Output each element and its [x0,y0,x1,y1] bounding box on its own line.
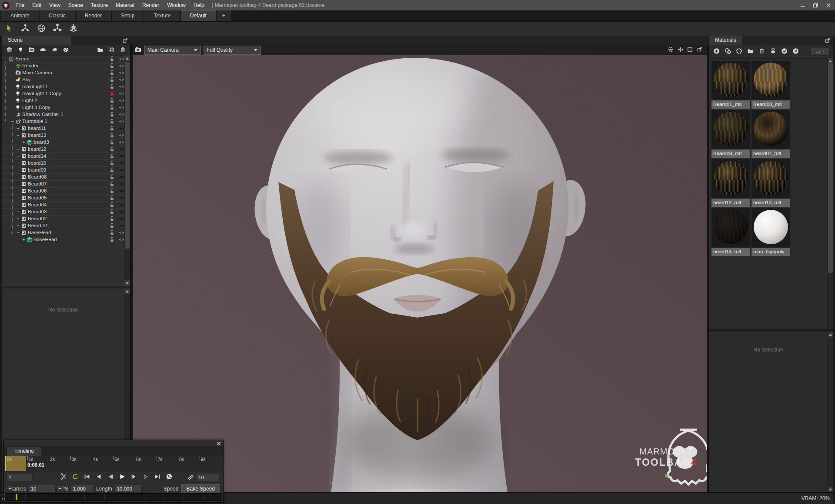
assign-to-object-button[interactable] [767,47,778,56]
eye-closed-icon[interactable] [118,195,124,201]
materials-panel-tab[interactable]: Materials [709,36,742,45]
lock-open-icon[interactable] [109,63,115,69]
material-tile-beard13_mtl[interactable]: beard13_mtl [752,159,790,207]
scroll-up-icon[interactable] [828,58,833,64]
lock-open-icon[interactable] [109,70,115,76]
lock-open-icon[interactable] [109,77,115,83]
tree-item-basehead[interactable]: −BaseHead [2,229,124,236]
scroll-up-icon[interactable] [828,332,833,338]
eye-open-icon[interactable] [118,119,124,125]
lock-open-icon[interactable] [109,126,115,132]
expander-plus-icon[interactable]: + [16,175,20,179]
frames-field[interactable]: 10 [29,485,56,493]
timeline-zoom-track[interactable] [5,493,222,501]
lock-open-icon[interactable] [109,188,115,194]
translate-tool[interactable] [19,23,31,35]
tree-item-mainlight-1-copy[interactable]: mainLight 1 Copy [2,90,124,97]
lock-open-icon[interactable] [109,167,115,173]
menu-window[interactable]: Window [163,0,190,10]
length-field[interactable]: 10.000 [115,485,142,493]
scroll-up-icon[interactable] [124,288,130,294]
scroll-up-icon[interactable] [124,56,130,61]
quality-select[interactable]: Full Quality [204,46,261,55]
material-tile-beard08_mtl[interactable]: Beard08_mtl [752,61,790,109]
restore-button[interactable] [809,0,822,10]
rotate-tool[interactable] [35,23,47,35]
scene-panel-tab[interactable]: Scene [2,36,71,45]
close-button[interactable] [822,0,835,10]
apply-check-button[interactable] [778,47,790,56]
eye-closed-icon[interactable] [118,146,124,153]
workspace-tab-default[interactable]: Default [181,10,216,21]
delete-button[interactable] [117,46,128,55]
add-workspace-tab-button[interactable]: + [217,10,231,21]
tree-item-shadow-catcher-1[interactable]: Shadow Catcher 1 [2,111,124,118]
timeline-ruler[interactable]: 0:00.01 0s1s2s3s4s5s6s7s8s9s [5,456,222,471]
scene-tree-scrollbar[interactable] [124,56,130,286]
delete-button[interactable] [756,47,767,56]
lock-open-icon[interactable] [109,230,115,236]
eye-closed-icon[interactable] [118,202,124,208]
new-folder-button[interactable] [94,46,106,55]
lock-open-icon[interactable] [109,153,115,159]
tree-item-beard10[interactable]: +beard10 [2,160,124,167]
camera-select[interactable]: Main Camera [144,46,201,55]
expander-plus-icon[interactable]: + [16,203,20,207]
render-3d-head[interactable] [133,55,707,492]
tree-item-render[interactable]: Render [2,63,124,70]
menu-render[interactable]: Render [138,0,163,10]
eye-open-icon[interactable] [118,139,124,146]
tree-item-turntable-1[interactable]: −Turntable 1 [2,118,124,125]
add-camera-button[interactable] [26,46,37,55]
tree-item-beard02[interactable]: +Beard02 [2,216,124,222]
tree-item-beard12[interactable]: +beard12 [2,146,124,153]
select-tool[interactable] [3,23,15,35]
lock-open-icon[interactable] [109,139,115,146]
eye-open-icon[interactable] [118,70,124,76]
step-forward-button[interactable] [130,474,138,481]
scene-popout-icon[interactable] [121,37,128,44]
materials-scrollbar[interactable] [827,58,833,329]
end-frame-field[interactable]: 10 [196,474,220,481]
expander-plus-icon[interactable]: + [16,210,20,214]
expander-plus-icon[interactable]: + [16,189,20,193]
viewport-maximize-button[interactable] [686,46,694,54]
play-reverse-button[interactable] [95,474,103,481]
lock-open-icon[interactable] [109,216,115,222]
lock-open-icon[interactable] [109,98,115,104]
workspace-tab-render[interactable]: Render [76,10,111,21]
expander-plus-icon[interactable]: + [22,238,26,242]
eye-open-icon[interactable] [118,84,124,90]
eye-closed-icon[interactable] [118,223,124,229]
tree-item-scene[interactable]: −Scene [2,56,124,63]
tree-item-beard03[interactable]: +Beard03 [2,209,124,216]
expander-minus-icon[interactable]: − [10,119,14,123]
tree-item-beard14[interactable]: +beard14 [2,153,124,160]
checker-sphere-button[interactable] [733,47,745,56]
tree-item-light-3-copy[interactable]: Light 3 Copy [2,104,124,111]
tree-item-basehead[interactable]: +BaseHead [2,236,124,243]
eye-closed-icon[interactable] [118,153,124,159]
lock-open-icon[interactable] [109,202,115,208]
material-tile-man_highpoly[interactable]: man_highpoly [752,208,790,256]
add-shadow-catcher-button[interactable] [49,46,60,55]
expander-plus-icon[interactable]: + [16,154,20,158]
menu-help[interactable]: Help [190,0,208,10]
eye-closed-icon[interactable] [118,126,124,132]
universal-tool[interactable] [67,23,80,35]
scroll-down-icon[interactable] [828,487,833,492]
eye-closed-icon[interactable] [118,209,124,215]
scale-tool[interactable] [51,23,63,35]
lock-open-icon[interactable] [109,133,115,139]
first-frame-button[interactable] [83,474,91,481]
material-properties-scrollbar[interactable] [827,332,833,492]
lock-open-icon[interactable] [109,209,115,215]
expander-plus-icon[interactable]: + [16,224,20,228]
eye-open-icon[interactable] [118,105,124,111]
tree-item-beard09[interactable]: +beard09 [2,167,124,174]
cut-button[interactable] [60,474,67,481]
tree-item-main-camera[interactable]: Main Camera [2,70,124,76]
viewport-popout-button[interactable] [696,46,703,54]
material-tile-beard09_mtl[interactable]: Beard09_mtl [711,110,750,158]
viewport-settings-button[interactable] [667,46,675,54]
